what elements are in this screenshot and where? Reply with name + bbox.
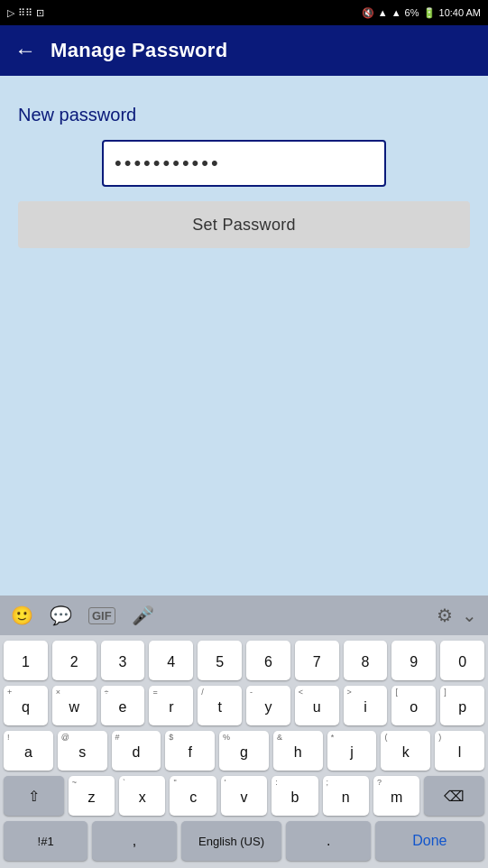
key-t[interactable]: /t xyxy=(198,686,242,725)
comma-key[interactable]: , xyxy=(92,821,176,861)
key-x[interactable]: `x xyxy=(119,776,165,816)
key-2[interactable]: 2 xyxy=(52,641,97,680)
keyboard: 🙂 💬 GIF 🎤 ⚙ ⌄ 1 2 3 4 5 6 7 8 9 0 +q ×w … xyxy=(0,596,488,868)
key-h[interactable]: &h xyxy=(273,731,323,771)
key-s[interactable]: @s xyxy=(58,731,107,771)
kb-rows: 1 2 3 4 5 6 7 8 9 0 +q ×w ÷e =r /t -y <u… xyxy=(0,635,488,864)
status-icon-more: ⊡ xyxy=(36,7,44,19)
mic-icon[interactable]: 🎤 xyxy=(132,605,154,626)
gif-icon[interactable]: GIF xyxy=(88,607,115,624)
space-key[interactable]: English (US) xyxy=(181,821,282,861)
signal-icon: ▲ xyxy=(391,7,401,18)
key-7[interactable]: 7 xyxy=(295,641,339,680)
emoji-icon[interactable]: 🙂 xyxy=(11,605,33,626)
battery-icon: 🔋 xyxy=(423,7,436,19)
done-key[interactable]: Done xyxy=(375,821,484,861)
key-8[interactable]: 8 xyxy=(344,641,388,680)
keyboard-toolbar-left: 🙂 💬 GIF 🎤 xyxy=(11,605,154,626)
key-n[interactable]: ;n xyxy=(323,776,369,816)
status-bar-left: ▷ ⠿⠿ ⊡ xyxy=(7,7,44,19)
key-y[interactable]: -y xyxy=(246,686,290,725)
kb-row-bottom: !#1 , English (US) . Done xyxy=(4,821,484,861)
key-u[interactable]: <u xyxy=(295,686,339,725)
key-9[interactable]: 9 xyxy=(391,641,436,680)
key-l[interactable]: )l xyxy=(435,731,484,771)
key-1[interactable]: 1 xyxy=(4,641,48,680)
back-button[interactable]: ← xyxy=(14,38,36,63)
key-b[interactable]: :b xyxy=(272,776,318,816)
kb-row-zxcv: ⇧ ~z `x "c 'v :b ;n ?m ⌫ xyxy=(4,776,484,816)
key-f[interactable]: $f xyxy=(165,731,215,771)
status-bar-right: 🔇 ▲ ▲ 6% 🔋 10:40 AM xyxy=(362,7,481,19)
key-0[interactable]: 0 xyxy=(440,641,484,680)
key-j[interactable]: *j xyxy=(327,731,377,771)
key-g[interactable]: %g xyxy=(219,731,269,771)
wifi-icon: ▲ xyxy=(378,7,388,18)
key-e[interactable]: ÷e xyxy=(101,686,145,725)
key-r[interactable]: =r xyxy=(149,686,193,725)
shift-key[interactable]: ⇧ xyxy=(4,776,64,816)
password-input[interactable] xyxy=(102,140,386,187)
time: 10:40 AM xyxy=(439,7,481,18)
key-6[interactable]: 6 xyxy=(246,641,290,680)
status-bar: ▷ ⠿⠿ ⊡ 🔇 ▲ ▲ 6% 🔋 10:40 AM xyxy=(0,0,488,25)
key-5[interactable]: 5 xyxy=(198,641,242,680)
settings-icon[interactable]: ⚙ xyxy=(437,605,453,626)
key-i[interactable]: >i xyxy=(344,686,388,725)
keyboard-toolbar-right: ⚙ ⌄ xyxy=(437,605,477,626)
kb-row-qwerty: +q ×w ÷e =r /t -y <u >i [o ]p xyxy=(4,686,484,725)
key-c[interactable]: "c xyxy=(170,776,216,816)
kb-row-asdf: !a @s #d $f %g &h *j (k )l xyxy=(4,731,484,771)
key-d[interactable]: #d xyxy=(112,731,161,771)
key-k[interactable]: (k xyxy=(381,731,430,771)
key-a[interactable]: !a xyxy=(4,731,53,771)
key-3[interactable]: 3 xyxy=(101,641,145,680)
key-m[interactable]: ?m xyxy=(373,776,419,816)
period-key[interactable]: . xyxy=(286,821,370,861)
punct-key[interactable]: !#1 xyxy=(4,821,87,861)
status-icon-apps: ⠿⠿ xyxy=(18,7,32,19)
page-title: Manage Password xyxy=(51,39,227,62)
key-z[interactable]: ~z xyxy=(69,776,115,816)
chevron-down-icon[interactable]: ⌄ xyxy=(462,605,477,626)
keyboard-toolbar: 🙂 💬 GIF 🎤 ⚙ ⌄ xyxy=(0,596,488,635)
battery-percent: 6% xyxy=(405,7,419,18)
key-o[interactable]: [o xyxy=(391,686,436,725)
new-password-label: New password xyxy=(18,105,470,125)
key-w[interactable]: ×w xyxy=(52,686,97,725)
key-q[interactable]: +q xyxy=(4,686,48,725)
toolbar: ← Manage Password xyxy=(0,25,488,76)
key-4[interactable]: 4 xyxy=(149,641,193,680)
mute-icon: 🔇 xyxy=(362,7,374,19)
key-p[interactable]: ]p xyxy=(440,686,484,725)
key-v[interactable]: 'v xyxy=(221,776,267,816)
password-input-wrapper xyxy=(18,140,470,187)
status-icon-arrow: ▷ xyxy=(7,7,14,19)
main-content: New password Set Password xyxy=(0,76,488,596)
backspace-key[interactable]: ⌫ xyxy=(424,776,484,816)
kb-row-numbers: 1 2 3 4 5 6 7 8 9 0 xyxy=(4,641,484,680)
set-password-button[interactable]: Set Password xyxy=(18,201,470,248)
sticker-icon[interactable]: 💬 xyxy=(50,605,72,626)
